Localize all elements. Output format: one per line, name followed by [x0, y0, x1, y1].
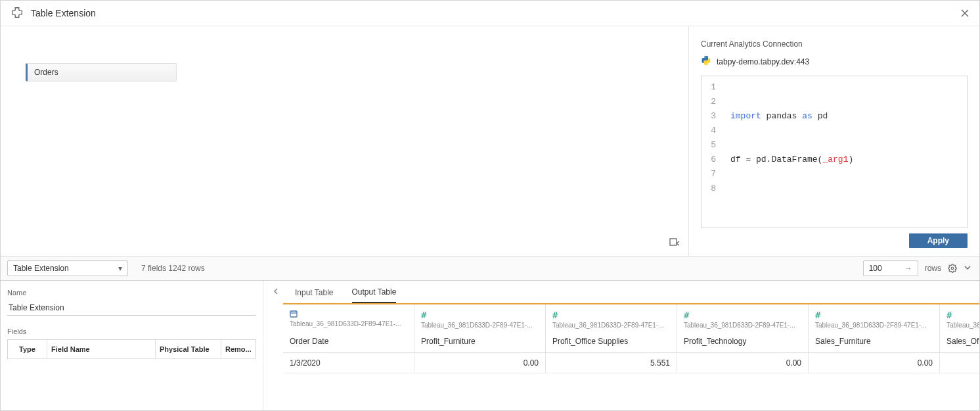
preview-panel: Input Table Output Table Tableau_36_981D… [263, 281, 979, 410]
connection-row: tabpy-demo.tabpy.dev:443 [701, 55, 968, 68]
table-extension-window: Table Extension Orders Current Analytics… [0, 0, 980, 411]
arrow-right-icon: → [904, 264, 912, 273]
connection-label: Current Analytics Connection [701, 39, 968, 49]
cell: 1/3/2020 [283, 353, 414, 373]
rows-value: 100 [869, 264, 882, 273]
code-content[interactable]: import pandas as pd df = pd.DataFrame(_a… [723, 76, 967, 228]
data-grid[interactable]: Tableau_36_981D633D-2F89-47E1-... # Tabl… [283, 303, 979, 374]
date-type-icon [290, 311, 298, 319]
number-type-icon: # [552, 310, 558, 320]
rows-label: rows [925, 264, 941, 273]
python-icon [701, 55, 711, 68]
bottom-area: Name Fields Type Field Name Physical Tab… [1, 281, 979, 410]
col-physical-table[interactable]: Physical Table [156, 340, 221, 358]
source-label: Tableau_36_981D633D-2F89-47E1-... [421, 322, 539, 329]
code-editor[interactable]: 1 2 3 4 5 6 7 8 import pandas as pd df =… [701, 76, 968, 228]
source-label: Tableau_36_981D633D-2F89-47E1-... [552, 322, 670, 329]
name-label: Name [7, 289, 256, 297]
number-type-icon: # [684, 310, 689, 320]
metadata-panel: Name Fields Type Field Name Physical Tab… [1, 281, 263, 410]
col-header[interactable]: Profit_Technology [677, 333, 809, 352]
col-type[interactable]: Type [8, 340, 47, 358]
grid-header-names: Order Date Profit_Furniture Profit_Offic… [283, 333, 979, 353]
cell: 0.00 [809, 353, 940, 373]
table-row[interactable]: 1/3/2020 0.00 5.551 0.00 0.00 [283, 353, 979, 374]
connection-value: tabpy-demo.tabpy.dev:443 [717, 57, 809, 66]
data-flow-icon [669, 237, 680, 249]
apply-button[interactable]: Apply [909, 233, 968, 248]
source-label: Tableau_36_981D633D-2F89-47E1-... [290, 320, 407, 327]
cell [940, 353, 979, 373]
gear-icon[interactable] [948, 264, 957, 273]
data-source-pill[interactable]: Orders [26, 63, 177, 82]
chevron-left-icon[interactable] [273, 287, 279, 297]
col-remote[interactable]: Remo... [221, 340, 256, 358]
tab-output-table[interactable]: Output Table [352, 287, 397, 303]
cell: 0.00 [414, 353, 546, 373]
fields-label: Fields [7, 327, 256, 335]
preview-toolbar: Table Extension ▾ 7 fields 1242 rows 100… [1, 256, 979, 281]
dropdown-value: Table Extension [13, 264, 69, 273]
fields-table-header: Type Field Name Physical Table Remo... [8, 340, 256, 359]
pill-label: Orders [34, 68, 58, 77]
window-title: Table Extension [31, 8, 96, 18]
name-input[interactable] [7, 301, 256, 316]
col-header[interactable]: Profit_Office Supplies [546, 333, 677, 352]
extension-icon [10, 6, 24, 20]
chevron-down-icon[interactable] [964, 264, 973, 273]
grid-header-meta: Tableau_36_981D633D-2F89-47E1-... # Tabl… [283, 304, 979, 333]
chevron-down-icon: ▾ [118, 264, 122, 273]
table-select-dropdown[interactable]: Table Extension ▾ [7, 260, 128, 276]
cell: 0.00 [677, 353, 809, 373]
close-icon[interactable] [960, 8, 970, 18]
svg-rect-2 [670, 239, 677, 245]
titlebar: Table Extension [1, 1, 979, 26]
cell: 5.551 [546, 353, 677, 373]
col-header[interactable]: Sales_Of [940, 333, 979, 352]
code-gutter: 1 2 3 4 5 6 7 8 [702, 76, 723, 228]
tab-input-table[interactable]: Input Table [295, 288, 334, 302]
canvas-panel[interactable]: Orders [1, 26, 689, 256]
col-header[interactable]: Order Date [283, 333, 414, 352]
source-label: Tableau_36_981D633D-2F89-47E1-... [815, 322, 933, 329]
fields-summary: 7 fields 1242 rows [141, 264, 205, 273]
number-type-icon: # [815, 310, 820, 320]
script-panel: Current Analytics Connection tabpy-demo.… [689, 26, 979, 256]
svg-point-3 [951, 267, 954, 270]
source-label: Tableau_36 [947, 322, 979, 329]
rows-limit-input[interactable]: 100 → [863, 260, 918, 276]
col-header[interactable]: Sales_Furniture [809, 333, 940, 352]
source-label: Tableau_36_981D633D-2F89-47E1-... [684, 322, 801, 329]
svg-rect-4 [290, 311, 297, 317]
fields-table: Type Field Name Physical Table Remo... [7, 339, 256, 359]
number-type-icon: # [947, 310, 952, 320]
editor-area: Orders Current Analytics Connection tabp… [1, 26, 979, 256]
col-field-name[interactable]: Field Name [47, 340, 156, 358]
preview-tabs: Input Table Output Table [263, 281, 979, 303]
number-type-icon: # [421, 310, 426, 320]
col-header[interactable]: Profit_Furniture [414, 333, 546, 352]
